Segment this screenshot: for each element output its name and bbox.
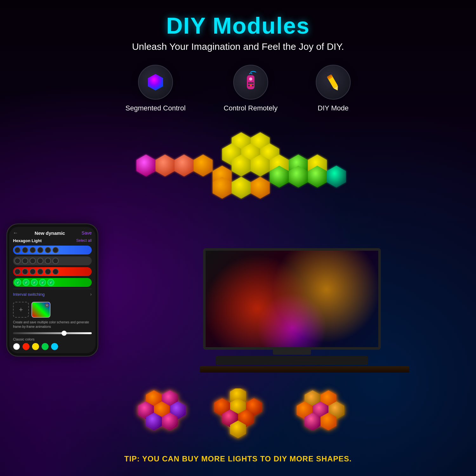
hexagon-icon [146, 73, 165, 92]
track-node [45, 247, 51, 253]
track-node [30, 258, 36, 264]
interval-arrow-icon: › [90, 292, 92, 297]
track-check: ✓ [23, 279, 30, 286]
svg-marker-15 [175, 155, 194, 176]
svg-marker-33 [232, 177, 251, 199]
hex-cluster-2 [203, 388, 273, 450]
track-node [45, 258, 51, 264]
dark-track[interactable] [13, 256, 92, 265]
tv-screen-content [206, 251, 378, 347]
svg-marker-13 [136, 155, 155, 176]
track-node [52, 268, 59, 275]
interval-label: Interval switching [13, 292, 45, 297]
feature-label-segmented: Segmented Control [125, 104, 186, 112]
phone-container: ← New dynamic Save Hexagon Light Select … [6, 223, 108, 357]
svg-marker-0 [148, 74, 163, 90]
track-node [30, 247, 36, 253]
svg-marker-14 [155, 155, 175, 176]
tv-base [273, 350, 311, 355]
tv-stand [200, 248, 384, 373]
pencil-icon [323, 72, 343, 93]
scheme-close-button[interactable]: × [45, 303, 49, 307]
color-dot-cyan[interactable] [51, 343, 58, 350]
track-check: ✓ [31, 279, 38, 286]
phone-screen: ← New dynamic Save Hexagon Light Select … [9, 227, 96, 353]
svg-marker-31 [327, 166, 346, 188]
room-section [114, 223, 470, 382]
phone-frame: ← New dynamic Save Hexagon Light Select … [6, 223, 98, 357]
track-check: ✓ [14, 279, 21, 286]
svg-rect-6 [248, 85, 250, 86]
svg-marker-34 [251, 177, 270, 199]
blue-track[interactable] [13, 246, 92, 255]
feature-circle-diy [316, 65, 351, 100]
hex-cluster-2-svg [203, 388, 273, 449]
feature-circle-segmented [138, 65, 173, 100]
features-row: Segmented Control C [0, 65, 476, 112]
color-dot-red[interactable] [23, 343, 30, 350]
brightness-slider[interactable] [13, 332, 92, 334]
feature-label-diy: DIY Mode [318, 104, 348, 112]
svg-rect-7 [250, 85, 252, 86]
scheme-add-button[interactable]: + [13, 302, 29, 318]
feature-segmented-control: Segmented Control [125, 65, 186, 112]
svg-rect-8 [252, 85, 254, 86]
phone-select-all-button[interactable]: Select all [76, 238, 92, 243]
svg-rect-4 [250, 82, 252, 84]
hex-cluster-1 [127, 388, 190, 450]
track-node [22, 247, 28, 253]
phone-back-button[interactable]: ← [13, 230, 18, 236]
hex-cluster-3 [286, 388, 349, 450]
phone-screen-title: New dynamic [35, 230, 65, 236]
header-section: DIY Modules Unleash Your Imagination and… [0, 0, 476, 52]
classic-colors-label: Classic colors [13, 337, 92, 341]
interval-row[interactable]: Interval switching › [13, 289, 92, 299]
track-node [14, 258, 21, 264]
phone-save-button[interactable]: Save [82, 230, 92, 235]
bottom-area: TIP: YOU CAN BUY MORE LIGHTS TO DIY MORE… [0, 388, 476, 463]
tv-shelf [200, 366, 409, 373]
subtitle: Unleash Your Imagination and Feel the Jo… [0, 41, 476, 52]
bottom-hex-row [0, 388, 476, 450]
tv-screen [206, 251, 378, 347]
track-node [30, 268, 36, 275]
tv-frame [203, 248, 381, 350]
phone-nav: ← New dynamic Save [13, 230, 92, 236]
track-node [14, 268, 21, 275]
svg-point-2 [249, 77, 252, 81]
hex-light-display [114, 119, 362, 214]
main-content: DIY Modules Unleash Your Imagination and… [0, 0, 476, 476]
tv-soundbar [216, 356, 368, 365]
feature-label-remote: Control Remotely [224, 104, 278, 112]
bottom-section: ← New dynamic Save Hexagon Light Select … [0, 223, 476, 382]
feature-diy-mode: DIY Mode [316, 65, 351, 112]
hex-display-section [0, 119, 476, 220]
brightness-thumb [62, 331, 67, 336]
track-node [52, 258, 59, 264]
color-dot-white[interactable] [13, 343, 20, 350]
svg-rect-3 [248, 82, 250, 84]
color-dot-green[interactable] [42, 343, 49, 350]
hex-cluster-1-svg [127, 388, 190, 446]
feature-control-remotely: Control Remotely [224, 65, 278, 112]
scheme-thumbnail[interactable]: × [31, 302, 50, 318]
schemes-row: + × [13, 302, 92, 318]
green-track[interactable]: ✓ ✓ ✓ ✓ ✓ [13, 278, 92, 287]
track-node [52, 247, 59, 253]
track-node [22, 268, 28, 275]
hex-cluster-3-svg [286, 388, 349, 446]
track-node [37, 258, 43, 264]
main-title: DIY Modules [0, 13, 476, 39]
track-node [45, 268, 51, 275]
remote-icon [241, 69, 260, 95]
feature-circle-remote [233, 65, 268, 100]
scheme-description: Create and save multiple color schemes a… [13, 320, 92, 329]
svg-marker-16 [194, 155, 213, 176]
red-track[interactable] [13, 267, 92, 276]
color-dot-yellow[interactable] [32, 343, 39, 350]
track-node [14, 247, 21, 253]
classic-color-swatches [13, 343, 92, 350]
tip-text: TIP: YOU CAN BUY MORE LIGHTS TO DIY MORE… [0, 454, 476, 463]
track-node [37, 268, 43, 275]
phone-section-header: Hexagon Light Select all [13, 238, 92, 243]
